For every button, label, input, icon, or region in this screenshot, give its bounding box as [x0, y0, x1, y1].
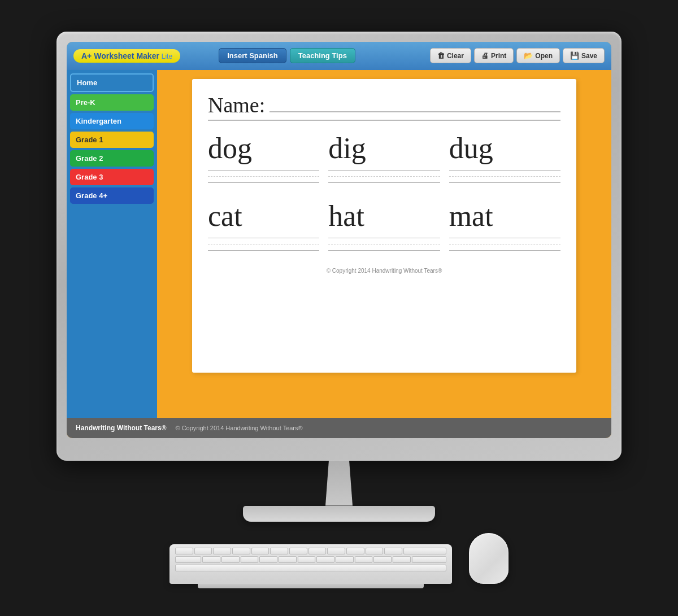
teaching-tips-button[interactable]: Teaching Tips: [290, 48, 355, 63]
word-cell-dog: dog: [208, 132, 319, 183]
writing-lines-dog: [208, 170, 319, 183]
key: [393, 556, 411, 563]
worksheet: Name: dog: [192, 79, 576, 373]
key: [384, 548, 402, 554]
sidebar-item-prek[interactable]: Pre-K: [70, 94, 154, 111]
key: [327, 548, 345, 554]
writing-line: [208, 238, 319, 238]
insert-spanish-button[interactable]: Insert Spanish: [219, 48, 286, 63]
key: [202, 556, 220, 563]
key: [366, 548, 384, 554]
sidebar-item-grade4[interactable]: Grade 4+: [70, 187, 154, 204]
key: [316, 556, 334, 563]
save-icon: 💾: [570, 51, 579, 60]
monitor-base: [243, 506, 435, 522]
sidebar-item-grade1[interactable]: Grade 1: [70, 132, 154, 148]
key: [232, 548, 250, 554]
screen: A+ Worksheet Maker Lite Insert Spanish T…: [67, 42, 611, 438]
writing-lines-cat: [208, 238, 319, 251]
key: [270, 548, 288, 554]
writing-line: [328, 238, 440, 238]
writing-line: [208, 170, 319, 171]
key-row-3: [175, 565, 446, 571]
app-title-brand: A+: [81, 51, 92, 60]
writing-line-dashed: [208, 176, 319, 177]
writing-lines-dug: [449, 170, 560, 183]
sidebar-item-home[interactable]: Home: [70, 73, 154, 92]
open-label: Open: [535, 52, 553, 60]
key: [194, 548, 212, 554]
writing-line: [208, 250, 319, 251]
key: [308, 548, 327, 554]
keyboard: [169, 544, 452, 584]
sidebar-item-grade2[interactable]: Grade 2: [70, 150, 154, 167]
key: [251, 548, 270, 554]
word-cell-cat: cat: [208, 200, 319, 251]
writing-line: [449, 238, 560, 238]
key: [213, 548, 231, 554]
key: [412, 556, 446, 563]
open-icon: 📂: [524, 51, 533, 60]
writing-line: [208, 182, 319, 183]
print-button[interactable]: 🖨 Print: [474, 48, 514, 63]
word-cell-dug: dug: [449, 132, 560, 183]
main-content: Home Pre-K Kindergarten Grade 1 Grade 2 …: [67, 70, 611, 418]
key: [373, 556, 392, 563]
words-row-1: dog dig: [208, 132, 560, 183]
app-title-app: Worksheet Maker: [94, 51, 159, 60]
mouse: [469, 533, 508, 584]
word-cell-hat: hat: [328, 200, 440, 251]
monitor-bezel: A+ Worksheet Maker Lite Insert Spanish T…: [67, 42, 611, 438]
keyboard-keys: [169, 544, 452, 575]
writing-line-dashed: [208, 244, 319, 244]
writing-line-dashed: [449, 176, 560, 177]
word-hat: hat: [328, 200, 440, 232]
key-row-2: [175, 556, 446, 563]
key: [175, 556, 201, 563]
key-row-1: [175, 548, 446, 554]
header-actions: 🗑 Clear 🖨 Print 📂 Open 💾: [430, 48, 605, 63]
writing-lines-hat: [328, 238, 440, 251]
clear-button[interactable]: 🗑 Clear: [430, 48, 471, 63]
footer-brand: Handwriting Without Tears®: [76, 424, 167, 432]
key: [298, 556, 316, 563]
worksheet-copyright: © Copyright 2014 Handwriting Without Tea…: [208, 268, 560, 274]
header: A+ Worksheet Maker Lite Insert Spanish T…: [67, 42, 611, 70]
footer-copyright: © Copyright 2014 Handwriting Without Tea…: [176, 425, 303, 431]
keyboard-area: [169, 533, 508, 584]
word-cat: cat: [208, 200, 319, 232]
header-nav: Insert Spanish Teaching Tips: [219, 48, 355, 63]
word-dig: dig: [328, 132, 440, 164]
writing-line: [328, 170, 440, 171]
key: [403, 548, 446, 554]
sidebar-item-kindergarten[interactable]: Kindergarten: [70, 113, 154, 129]
save-button[interactable]: 💾 Save: [563, 48, 605, 63]
footer: Handwriting Without Tears® © Copyright 2…: [67, 418, 611, 438]
key: [289, 548, 307, 554]
scene: A+ Worksheet Maker Lite Insert Spanish T…: [28, 32, 650, 585]
key: [346, 548, 364, 554]
key: [259, 556, 277, 563]
sidebar-item-grade3[interactable]: Grade 3: [70, 169, 154, 185]
word-cell-mat: mat: [449, 200, 560, 251]
name-label: Name:: [208, 93, 265, 117]
app-logo: A+ Worksheet Maker Lite: [73, 49, 180, 63]
writing-line-dashed: [449, 244, 560, 244]
writing-line-dashed: [328, 244, 440, 244]
words-row-2: cat hat: [208, 200, 560, 251]
app-title-edition: Lite: [162, 53, 172, 60]
clear-label: Clear: [447, 52, 464, 60]
key: [221, 556, 240, 563]
writing-lines-mat: [449, 238, 560, 251]
word-cell-dig: dig: [328, 132, 440, 183]
name-underline: [270, 111, 560, 112]
word-mat: mat: [449, 200, 560, 232]
key: [355, 556, 373, 563]
writing-line: [449, 182, 560, 183]
writing-line: [328, 182, 440, 183]
monitor: A+ Worksheet Maker Lite Insert Spanish T…: [56, 32, 621, 461]
name-line: Name:: [208, 93, 560, 121]
open-button[interactable]: 📂 Open: [516, 48, 560, 63]
writing-lines-dig: [328, 170, 440, 183]
key: [279, 556, 297, 563]
